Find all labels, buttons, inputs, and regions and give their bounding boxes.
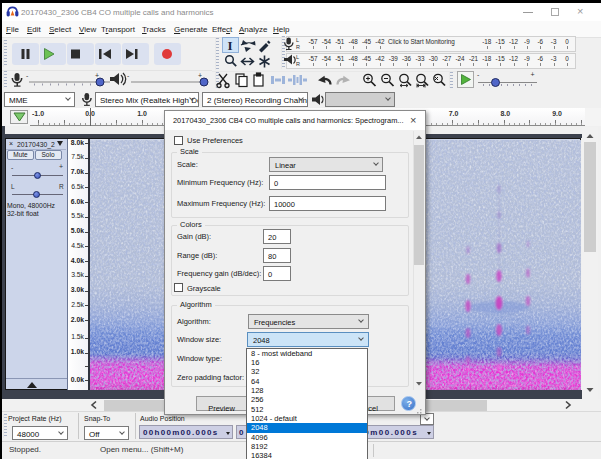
- svg-text:-: -: [477, 71, 480, 78]
- svg-text:+: +: [530, 71, 534, 78]
- svg-text:-: -: [26, 72, 29, 79]
- svg-text:-: -: [127, 72, 130, 79]
- svg-text:I: I: [227, 37, 232, 52]
- svg-text:+: +: [95, 72, 99, 79]
- svg-text:+: +: [198, 72, 202, 79]
